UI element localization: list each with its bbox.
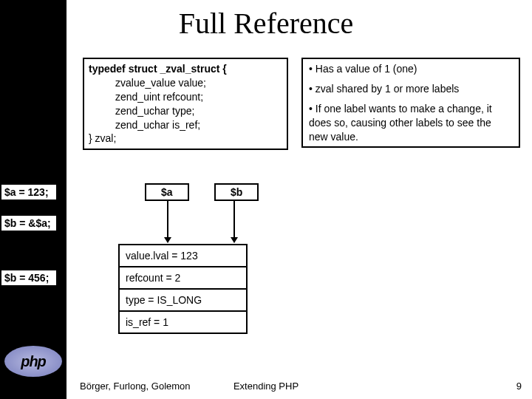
var-a-box: $a bbox=[145, 183, 189, 201]
zval-field-isref: is_ref = 1 bbox=[120, 312, 246, 332]
code-line: zend_uchar type; bbox=[89, 104, 282, 118]
bullet-item: • zval shared by 1 or more labels bbox=[309, 82, 513, 96]
bullets-box: • Has a value of 1 (one) • zval shared b… bbox=[301, 58, 520, 148]
code-line: zvalue_value value; bbox=[89, 76, 282, 90]
code-line: zend_uint refcount; bbox=[89, 90, 282, 104]
stmt-b-assign: $b = 456; bbox=[0, 269, 58, 287]
bullet-item: • Has a value of 1 (one) bbox=[309, 62, 513, 76]
var-b-box: $b bbox=[214, 183, 259, 201]
zval-field-value: value.lval = 123 bbox=[120, 245, 246, 267]
zval-field-type: type = IS_LONG bbox=[120, 290, 246, 312]
zval-state-box: value.lval = 123 refcount = 2 type = IS_… bbox=[118, 244, 248, 334]
php-logo: php bbox=[4, 346, 62, 377]
arrow-a-to-zval bbox=[167, 201, 168, 242]
stmt-a-assign: $a = 123; bbox=[0, 183, 58, 201]
stmt-b-ref: $b = &$a; bbox=[0, 214, 58, 232]
typedef-code-box: typedef struct _zval_struct { zvalue_val… bbox=[83, 58, 288, 150]
code-line: zend_uchar is_ref; bbox=[89, 118, 282, 132]
arrow-b-to-zval bbox=[233, 201, 235, 242]
code-line: } zval; bbox=[89, 132, 116, 144]
footer-page: 9 bbox=[516, 381, 522, 392]
bullet-item: • If one label wants to make a change, i… bbox=[309, 102, 513, 144]
footer-title: Extending PHP bbox=[0, 381, 532, 392]
zval-field-refcount: refcount = 2 bbox=[120, 267, 246, 290]
code-line: typedef struct _zval_struct { bbox=[89, 63, 227, 75]
slide-title: Full Reference bbox=[0, 6, 532, 41]
